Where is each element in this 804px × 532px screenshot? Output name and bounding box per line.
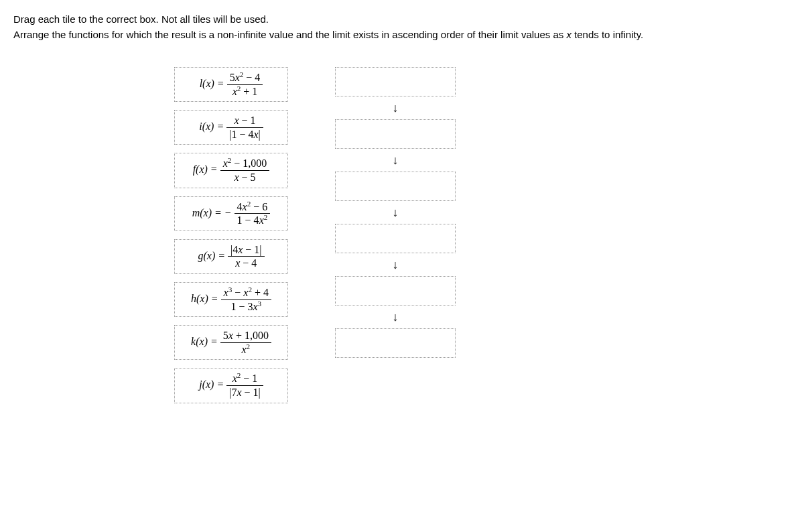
tile-f[interactable]: f(x) = x2 − 1,000 x − 5: [174, 153, 288, 188]
down-arrow-icon: ↓: [393, 311, 399, 323]
tile-h-num: x3 − x2 + 4: [221, 287, 271, 300]
tile-k-num: 5x + 1,000: [220, 330, 271, 343]
tile-g-frac: |4x − 1| x − 4: [228, 244, 265, 269]
tile-m-num: 4x2 − 6: [234, 201, 271, 214]
tile-m-den: 1 − 4x2: [234, 214, 271, 226]
tile-g-num: |4x − 1|: [228, 244, 265, 257]
tile-j-num: x2 − 1: [226, 373, 263, 386]
tile-m-frac: 4x2 − 6 1 − 4x2: [234, 201, 271, 226]
tile-m[interactable]: m(x) = − 4x2 − 6 1 − 4x2: [174, 196, 288, 231]
tile-i-den: |1 − 4x|: [226, 128, 263, 141]
tile-i-frac: x − 1 |1 − 4x|: [226, 115, 263, 140]
question-span: Arrange the functions for which the resu…: [13, 29, 643, 40]
tile-h-fn: h(x) =: [191, 293, 218, 304]
tile-h-den: 1 − 3x3: [221, 300, 271, 313]
tile-f-den: x − 5: [220, 171, 270, 184]
tile-i-num: x − 1: [226, 115, 263, 128]
tile-f-fn: f(x) =: [193, 163, 218, 175]
tile-j-frac: x2 − 1 |7x − 1|: [226, 373, 263, 398]
dropzone-4[interactable]: [335, 224, 456, 253]
tile-g-den: x − 4: [228, 257, 265, 269]
tile-j-den: |7x − 1|: [226, 386, 263, 399]
tile-i[interactable]: i(x) = x − 1 |1 − 4x|: [174, 110, 288, 145]
tile-f-num: x2 − 1,000: [220, 157, 270, 171]
tile-k[interactable]: k(x) = 5x + 1,000 x2: [174, 325, 288, 360]
instructions-text: Drag each tile to the correct box. Not a…: [13, 13, 791, 25]
tile-h-frac: x3 − x2 + 4 1 − 3x3: [221, 287, 271, 312]
tile-k-den: x2: [220, 343, 271, 356]
tile-k-fn: k(x) =: [191, 336, 218, 347]
tiles-column: l(x) = 5x2 − 4 x2 + 1 i(x) = x − 1 |1 − …: [174, 67, 288, 403]
dropzone-1[interactable]: [335, 67, 456, 96]
down-arrow-icon: ↓: [393, 259, 399, 271]
tile-l-num: 5x2 − 4: [227, 72, 263, 85]
workspace: l(x) = 5x2 − 4 x2 + 1 i(x) = x − 1 |1 − …: [174, 67, 791, 403]
tile-l[interactable]: l(x) = 5x2 − 4 x2 + 1: [174, 67, 288, 102]
tile-k-frac: 5x + 1,000 x2: [220, 330, 271, 355]
dropzones-column: ↓ ↓ ↓ ↓ ↓: [335, 67, 456, 403]
tile-j[interactable]: j(x) = x2 − 1 |7x − 1|: [174, 368, 288, 403]
down-arrow-icon: ↓: [393, 154, 399, 166]
tile-h[interactable]: h(x) = x3 − x2 + 4 1 − 3x3: [174, 282, 288, 317]
down-arrow-icon: ↓: [393, 206, 399, 218]
tile-f-frac: x2 − 1,000 x − 5: [220, 157, 270, 183]
tile-i-fn: i(x) =: [199, 121, 224, 132]
dropzone-3[interactable]: [335, 172, 456, 201]
tile-l-den: x2 + 1: [227, 85, 263, 98]
dropzone-5[interactable]: [335, 276, 456, 306]
question-text: Arrange the functions for which the resu…: [13, 29, 791, 40]
tile-g[interactable]: g(x) = |4x − 1| x − 4: [174, 239, 288, 274]
tile-m-fn: m(x) = −: [192, 206, 232, 218]
tile-g-fn: g(x) =: [198, 250, 225, 261]
tile-j-fn: j(x) =: [199, 379, 224, 390]
dropzone-6[interactable]: [335, 328, 456, 358]
dropzone-2[interactable]: [335, 119, 456, 149]
down-arrow-icon: ↓: [393, 102, 399, 114]
tile-l-fn: l(x) =: [200, 78, 224, 89]
tile-l-frac: 5x2 − 4 x2 + 1: [227, 72, 263, 97]
